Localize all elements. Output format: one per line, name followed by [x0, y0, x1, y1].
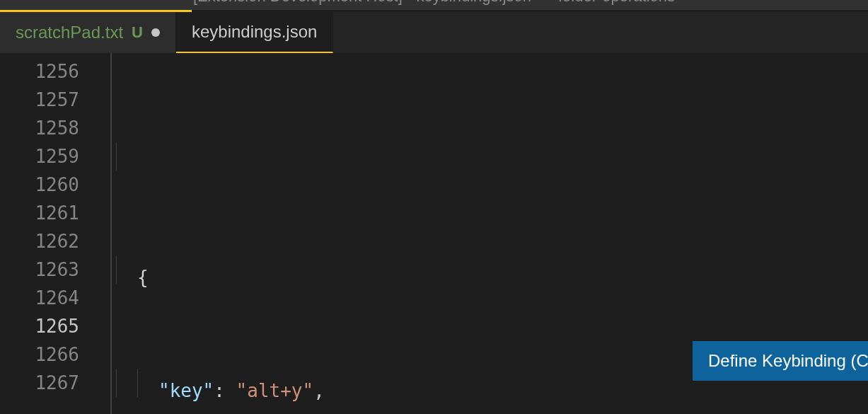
tab-label: scratchPad.txt	[16, 23, 123, 42]
line-number: 1267	[0, 369, 110, 397]
tab-keybindings[interactable]: keybindings.json	[176, 12, 333, 53]
line-number: 1257	[0, 86, 110, 114]
button-label: Define Keybinding (C	[708, 351, 868, 370]
line-number: 1264	[0, 284, 110, 312]
line-number: 1261	[0, 199, 110, 227]
tab-label: keybindings.json	[192, 22, 317, 42]
define-keybinding-button[interactable]: Define Keybinding (C	[693, 341, 868, 381]
tab-scratchpad[interactable]: scratchPad.txt U	[0, 12, 176, 53]
json-key: "key"	[158, 376, 214, 405]
dirty-indicator-icon	[151, 28, 160, 37]
title-bar: [Extension Development Host] - keybindin…	[0, 0, 868, 10]
line-number: 1266	[0, 340, 110, 369]
line-number-gutter: 1256125712581259126012611262126312641265…	[0, 53, 112, 414]
window-title: [Extension Development Host] - keybindin…	[193, 0, 675, 6]
line-number: 1256	[0, 57, 110, 86]
line-number: 1262	[0, 227, 110, 255]
tab-bar: scratchPad.txt U keybindings.json	[0, 12, 868, 53]
json-string: "alt+y"	[236, 376, 314, 405]
line-number: 1260	[0, 171, 110, 199]
line-number: 1258	[0, 114, 110, 142]
line-number: 1263	[0, 255, 110, 284]
line-number: 1265	[0, 312, 110, 340]
tab-status-badge: U	[132, 23, 143, 42]
editor[interactable]: 1256125712581259126012611262126312641265…	[0, 53, 868, 414]
brace-open: {	[137, 263, 149, 292]
line-number: 1259	[0, 142, 110, 171]
